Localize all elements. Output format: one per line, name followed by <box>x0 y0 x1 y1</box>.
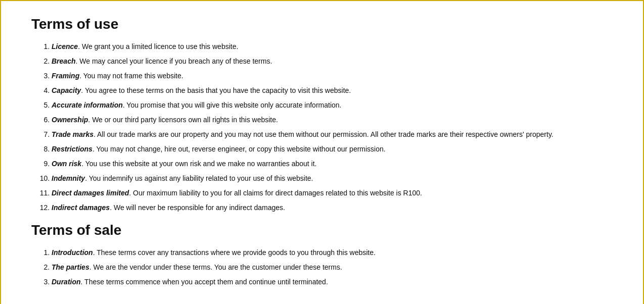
term-body: . We grant you a limited licence to use … <box>78 42 238 50</box>
list-item: Duration. These terms commence when you … <box>52 277 613 287</box>
term-body: . These terms cover any transactions whe… <box>93 248 376 257</box>
list-item: Licence. We grant you a limited licence … <box>52 41 613 52</box>
term-title: Introduction <box>52 248 93 257</box>
term-body: . All our trade marks are our property a… <box>94 130 554 138</box>
section-terms-of-use: Terms of useLicence. We grant you a limi… <box>31 16 613 213</box>
term-body: . You indemnify us against any liability… <box>85 174 313 182</box>
terms-list: Licence. We grant you a limited licence … <box>31 41 613 213</box>
term-title: Ownership <box>52 116 88 124</box>
term-body: . You may not frame this website. <box>79 72 183 80</box>
section-heading: Terms of sale <box>31 222 613 238</box>
term-body: . Our maximum liability to you for all c… <box>129 189 422 197</box>
term-body: . We are the vendor under these terms. Y… <box>89 263 342 271</box>
term-body: . These terms commence when you accept t… <box>81 278 328 286</box>
section-terms-of-sale: Terms of saleIntroduction. These terms c… <box>31 222 613 287</box>
term-body: . We will never be responsible for any i… <box>110 204 285 212</box>
terms-list: Introduction. These terms cover any tran… <box>31 247 613 287</box>
list-item: Own risk. You use this website at your o… <box>52 159 613 169</box>
list-item: Indirect damages. We will never be respo… <box>52 202 613 213</box>
term-title: Direct damages limited <box>52 189 129 197</box>
list-item: Ownership. We or our third party licenso… <box>52 115 613 125</box>
list-item: Restrictions. You may not change, hire o… <box>52 144 613 155</box>
list-item: Introduction. These terms cover any tran… <box>52 247 613 258</box>
term-title: The parties <box>52 263 89 271</box>
term-body: . You may not change, hire out, reverse … <box>93 145 386 153</box>
term-title: Indirect damages <box>52 204 110 212</box>
section-heading: Terms of use <box>31 16 613 32</box>
list-item: The parties. We are the vendor under the… <box>52 262 613 273</box>
list-item: Capacity. You agree to these terms on th… <box>52 85 613 96</box>
list-item: Accurate information. You promise that y… <box>52 100 613 111</box>
term-title: Trade marks <box>52 130 94 138</box>
term-title: Framing <box>52 72 79 80</box>
term-title: Duration <box>52 278 81 286</box>
page-content: Terms of useLicence. We grant you a limi… <box>1 1 643 304</box>
term-body: . We may cancel your licence if you brea… <box>75 57 272 65</box>
term-body: . You use this website at your own risk … <box>81 160 316 168</box>
term-title: Restrictions <box>52 145 93 153</box>
term-title: Own risk <box>52 160 81 168</box>
term-body: . We or our third party licensors own al… <box>88 116 278 124</box>
term-title: Breach <box>52 57 75 65</box>
list-item: Indemnity. You indemnify us against any … <box>52 173 613 184</box>
list-item: Direct damages limited. Our maximum liab… <box>52 188 613 198</box>
term-title: Capacity <box>52 86 81 94</box>
list-item: Breach. We may cancel your licence if yo… <box>52 56 613 67</box>
term-title: Indemnity <box>52 174 85 182</box>
list-item: Trade marks. All our trade marks are our… <box>52 129 613 140</box>
term-body: . You promise that you will give this we… <box>123 101 342 109</box>
term-body: . You agree to these terms on the basis … <box>81 86 351 94</box>
list-item: Framing. You may not frame this website. <box>52 71 613 81</box>
term-title: Accurate information <box>52 101 123 109</box>
term-title: Licence <box>52 42 78 50</box>
